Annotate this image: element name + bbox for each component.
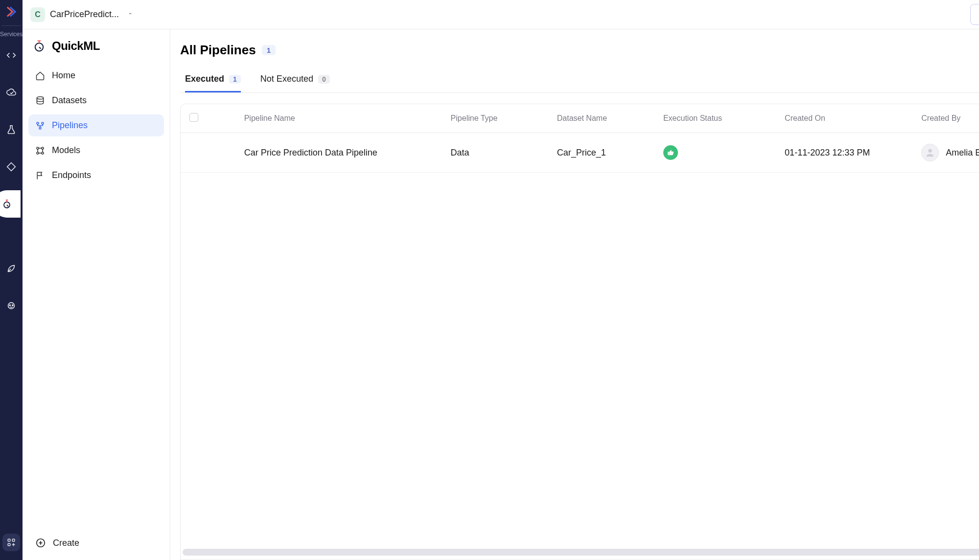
svg-point-17 — [37, 152, 39, 154]
main-content: All Pipelines 1 Create Pipeline Executed… — [170, 29, 979, 560]
sidebar-item-label: Pipelines — [52, 120, 88, 131]
created-by-name: Amelia Burr... — [946, 148, 979, 158]
table-scroll[interactable]: Pipeline Name Pipeline Type Dataset Name… — [181, 104, 979, 560]
tab-executed[interactable]: Executed 1 — [185, 74, 241, 92]
service-diamond-icon[interactable] — [2, 158, 20, 176]
svg-point-12 — [37, 122, 39, 124]
svg-point-11 — [37, 96, 43, 99]
svg-point-2 — [9, 305, 10, 306]
plus-circle-icon — [35, 538, 46, 548]
svg-point-1 — [8, 303, 15, 309]
svg-point-15 — [37, 147, 39, 149]
page-header: All Pipelines 1 Create Pipeline — [180, 39, 979, 61]
sidebar: QuickML Home Datasets Pipelines Models E… — [23, 29, 170, 560]
topbar: C CarPricePredict... Deploy to Productio… — [23, 0, 979, 29]
database-icon — [35, 96, 45, 106]
horizontal-scrollbar[interactable] — [183, 549, 979, 556]
brand-name: QuickML — [52, 39, 100, 53]
services-label: Services — [0, 31, 23, 38]
tab-not-executed[interactable]: Not Executed 0 — [260, 74, 330, 92]
cell-created-by: Amelia Burr... — [921, 144, 979, 161]
col-pipeline-name[interactable]: Pipeline Name — [235, 104, 442, 133]
sidebar-item-datasets[interactable]: Datasets — [28, 90, 164, 112]
svg-point-16 — [42, 147, 44, 149]
sidebar-brand: QuickML — [28, 39, 164, 65]
col-created-on[interactable]: Created On — [776, 104, 912, 133]
service-code-icon[interactable] — [2, 46, 20, 64]
models-icon — [35, 146, 45, 156]
page-title: All Pipelines — [180, 43, 256, 58]
col-created-by[interactable]: Created By — [912, 104, 979, 133]
project-selector[interactable]: C CarPricePredict... — [30, 7, 134, 22]
col-execution-status[interactable]: Execution Status — [654, 104, 776, 133]
create-button[interactable]: Create — [28, 530, 164, 560]
service-flask-icon[interactable] — [2, 121, 20, 138]
apps-grid-icon[interactable] — [2, 534, 20, 551]
service-leaf-icon[interactable] — [2, 260, 20, 277]
svg-point-10 — [35, 43, 43, 51]
project-name: CarPricePredict... — [50, 9, 119, 20]
cell-pipeline-name: Car Price Prediction Data Pipeline — [235, 133, 442, 173]
tabs: Executed 1 Not Executed 0 — [180, 74, 979, 93]
flag-icon — [35, 171, 45, 180]
sidebar-item-label: Models — [52, 145, 80, 156]
sidebar-item-home[interactable]: Home — [28, 65, 164, 87]
svg-point-20 — [929, 149, 932, 153]
svg-point-3 — [12, 305, 13, 306]
quickml-logo-icon — [32, 39, 46, 53]
svg-rect-5 — [12, 539, 15, 541]
svg-rect-6 — [8, 543, 10, 546]
service-bot-icon[interactable] — [2, 297, 20, 314]
pipeline-icon — [35, 121, 45, 131]
deploy-to-production-button[interactable]: Deploy to Production — [970, 4, 979, 25]
home-icon — [35, 71, 45, 81]
sidebar-item-pipelines[interactable]: Pipelines — [28, 114, 164, 136]
chevron-down-icon — [127, 10, 134, 19]
tab-count-badge: 0 — [318, 75, 330, 84]
svg-point-18 — [42, 152, 44, 154]
sidebar-item-label: Datasets — [52, 95, 87, 106]
cell-created-on: 01-11-2023 12:33 PM — [776, 133, 912, 173]
select-all-checkbox[interactable] — [189, 113, 198, 122]
pipelines-table: Pipeline Name Pipeline Type Dataset Name… — [180, 104, 979, 560]
create-label: Create — [53, 538, 79, 548]
workspace: QuickML Home Datasets Pipelines Models E… — [23, 29, 979, 560]
sidebar-item-label: Home — [52, 70, 75, 81]
cell-pipeline-type: Data — [442, 133, 548, 173]
sidebar-item-models[interactable]: Models — [28, 139, 164, 161]
status-success-icon — [663, 145, 678, 160]
sidebar-item-label: Endpoints — [52, 170, 91, 180]
svg-point-14 — [39, 127, 41, 129]
service-cloud-icon[interactable] — [2, 84, 20, 101]
services-rail: Services — [0, 0, 23, 560]
table-row[interactable]: Car Price Prediction Data Pipeline Data … — [181, 133, 979, 173]
col-pipeline-type[interactable]: Pipeline Type — [442, 104, 548, 133]
pipeline-count-badge: 1 — [262, 45, 276, 55]
col-dataset-name[interactable]: Dataset Name — [548, 104, 654, 133]
tab-count-badge: 1 — [229, 75, 241, 84]
project-badge: C — [30, 7, 45, 22]
user-avatar-icon — [921, 144, 939, 161]
rail-divider — [1, 25, 21, 26]
app-shell: C CarPricePredict... Deploy to Productio… — [23, 0, 979, 560]
svg-rect-4 — [8, 539, 10, 541]
product-logo-icon — [3, 4, 19, 20]
service-quickml-icon[interactable] — [2, 195, 20, 213]
tab-label: Executed — [185, 74, 224, 84]
table-header-row: Pipeline Name Pipeline Type Dataset Name… — [181, 104, 979, 133]
cell-dataset-name: Car_Price_1 — [548, 133, 654, 173]
svg-point-13 — [42, 122, 44, 124]
sidebar-item-endpoints[interactable]: Endpoints — [28, 164, 164, 186]
tab-label: Not Executed — [260, 74, 313, 84]
